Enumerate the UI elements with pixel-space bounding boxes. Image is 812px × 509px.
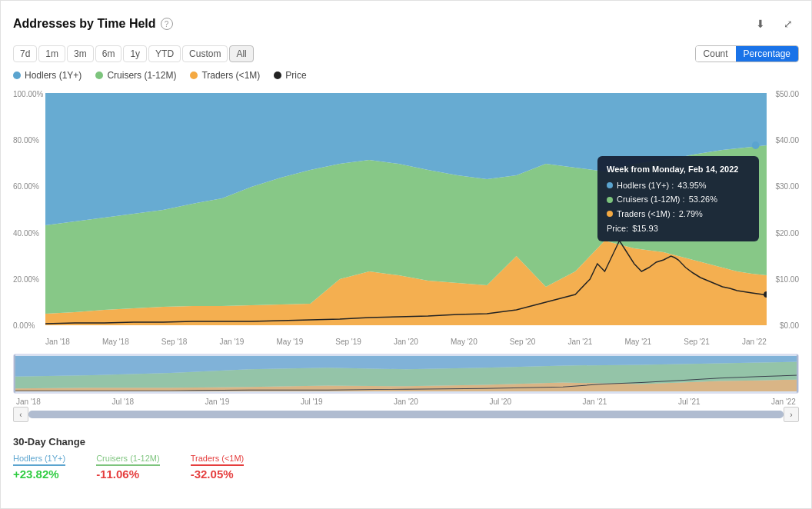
scrollbar-track[interactable]: [28, 411, 784, 418]
y-left-5: 0.00%: [13, 321, 45, 330]
cruisers-dot: [95, 72, 103, 79]
help-icon[interactable]: ?: [161, 18, 173, 30]
chart-svg: [45, 87, 767, 333]
header-right: ⬇ ⤢: [750, 13, 799, 35]
price-dot: [274, 72, 281, 79]
y-left-4: 20.00%: [13, 275, 45, 284]
percentage-view-button[interactable]: Percentage: [736, 46, 798, 62]
mini-x-2: Jan '19: [205, 398, 230, 406]
mini-x-0: Jan '18: [16, 398, 41, 406]
main-container: Addresses by Time Held ? ⬇ ⤢ 7d 1m 3m 6m…: [0, 0, 812, 509]
chart-inner: Week from Monday, Feb 14, 2022 Hodlers (…: [45, 87, 767, 333]
x-6: Jan '20: [394, 338, 418, 346]
legend-cruisers: Cruisers (1-12M): [95, 70, 176, 81]
filter-1y[interactable]: 1y: [123, 45, 147, 62]
x-1: May '18: [102, 338, 129, 346]
x-11: Sep '21: [684, 338, 710, 346]
change-hodlers-label: Hodlers (1Y+): [13, 454, 65, 466]
x-7: May '20: [451, 338, 478, 346]
y-axis-right: $50.00 $40.00 $30.00 $20.00 $10.00 $0.00: [767, 87, 799, 333]
x-9: Jan '21: [567, 338, 592, 346]
scroll-left-button[interactable]: ‹: [13, 407, 28, 422]
y-left-1: 80.00%: [13, 136, 45, 145]
change-hodlers: Hodlers (1Y+) +23.82%: [13, 454, 65, 481]
mini-x-8: Jan '22: [771, 398, 796, 406]
minimap[interactable]: [13, 354, 799, 394]
traders-label: Traders (<1M): [201, 70, 260, 81]
mini-x-7: Jul '21: [678, 398, 701, 406]
scrollbar-row: ‹ ›: [13, 407, 799, 422]
traders-dot: [190, 72, 198, 79]
x-axis: Jan '18 May '18 Sep '18 Jan '19 May '19 …: [13, 334, 799, 349]
y-left-0: 100.00%: [13, 90, 45, 98]
x-4: May '19: [277, 338, 304, 346]
download-button[interactable]: ⬇: [750, 13, 771, 35]
price-label: Price: [285, 70, 306, 81]
mini-x-6: Jan '21: [583, 398, 607, 406]
y-right-5: $0.00: [767, 321, 799, 330]
minimap-handle[interactable]: [14, 354, 798, 393]
filter-6m[interactable]: 6m: [95, 45, 122, 62]
change-title: 30-Day Change: [13, 436, 799, 447]
scrollbar-thumb[interactable]: [28, 411, 784, 418]
mini-x-1: Jul '18: [111, 398, 134, 406]
y-right-3: $20.00: [767, 229, 799, 238]
change-cruisers-value: -11.06%: [96, 467, 160, 481]
header-left: Addresses by Time Held ?: [13, 17, 173, 31]
filter-all[interactable]: All: [229, 45, 253, 62]
cruisers-label: Cruisers (1-12M): [107, 70, 176, 81]
filter-ytd[interactable]: YTD: [148, 45, 181, 62]
legend: Hodlers (1Y+) Cruisers (1-12M) Traders (…: [13, 70, 799, 81]
legend-traders: Traders (<1M): [190, 70, 260, 81]
hodlers-dot: [13, 72, 21, 79]
filter-3m[interactable]: 3m: [67, 45, 94, 62]
expand-button[interactable]: ⤢: [777, 13, 799, 35]
change-traders: Traders (<1M) -32.05%: [191, 454, 245, 481]
hodlers-end-dot: [752, 141, 760, 149]
change-row: Hodlers (1Y+) +23.82% Cruisers (1-12M) -…: [13, 454, 799, 481]
y-axis-left: 100.00% 80.00% 60.00% 40.00% 20.00% 0.00…: [13, 87, 45, 333]
legend-price: Price: [274, 70, 306, 81]
x-12: Jan '22: [742, 338, 767, 346]
chart-area: 100.00% 80.00% 60.00% 40.00% 20.00% 0.00…: [13, 87, 799, 333]
x-5: Sep '19: [335, 338, 361, 346]
mini-x-3: Jul '19: [301, 398, 323, 406]
y-left-2: 60.00%: [13, 182, 45, 191]
bottom-section: 30-Day Change Hodlers (1Y+) +23.82% Crui…: [13, 433, 799, 481]
header: Addresses by Time Held ? ⬇ ⤢: [13, 13, 799, 35]
legend-hodlers: Hodlers (1Y+): [13, 70, 82, 81]
scroll-right-button[interactable]: ›: [784, 407, 799, 422]
x-8: Sep '20: [510, 338, 536, 346]
count-view-button[interactable]: Count: [696, 46, 736, 62]
minimap-labels: Jan '18 Jul '18 Jan '19 Jul '19 Jan '20 …: [13, 397, 799, 407]
y-right-2: $30.00: [767, 182, 799, 191]
filter-1m[interactable]: 1m: [38, 45, 65, 62]
filter-7d[interactable]: 7d: [13, 45, 37, 62]
filter-custom[interactable]: Custom: [182, 45, 228, 62]
y-right-1: $40.00: [767, 136, 799, 145]
x-2: Sep '18: [161, 338, 188, 346]
change-traders-label: Traders (<1M): [191, 454, 245, 466]
y-right-4: $10.00: [767, 275, 799, 284]
page-title: Addresses by Time Held: [13, 17, 156, 31]
change-cruisers-label: Cruisers (1-12M): [96, 454, 160, 466]
x-3: Jan '19: [219, 338, 244, 346]
change-cruisers: Cruisers (1-12M) -11.06%: [96, 454, 160, 481]
change-hodlers-value: +23.82%: [13, 467, 65, 481]
change-traders-value: -32.05%: [191, 467, 245, 481]
controls-row: 7d 1m 3m 6m 1y YTD Custom All Count Perc…: [13, 45, 799, 62]
x-0: Jan '18: [45, 338, 70, 346]
time-filters: 7d 1m 3m 6m 1y YTD Custom All: [13, 45, 254, 62]
y-right-0: $50.00: [767, 90, 799, 98]
hodlers-label: Hodlers (1Y+): [25, 70, 82, 81]
view-toggle: Count Percentage: [695, 45, 799, 62]
mini-x-5: Jul '20: [489, 398, 511, 406]
y-left-3: 40.00%: [13, 229, 45, 238]
x-10: May '21: [624, 338, 651, 346]
mini-x-4: Jan '20: [394, 398, 418, 406]
